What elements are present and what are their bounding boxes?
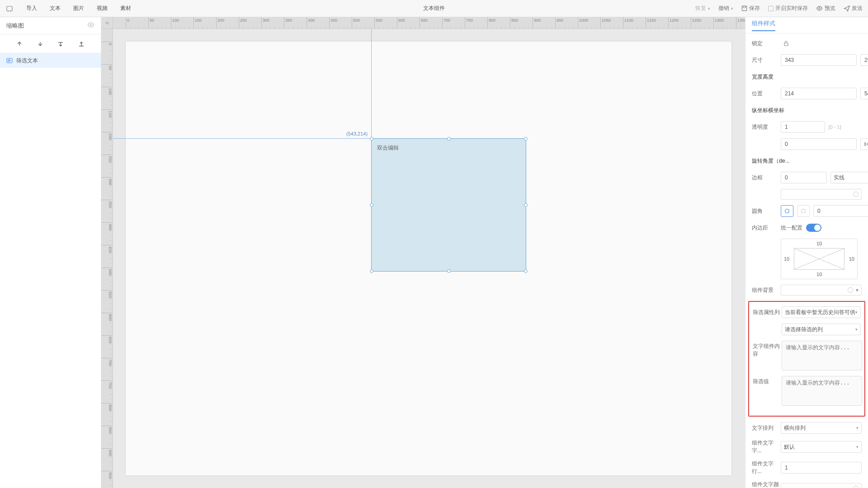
canvas-page[interactable]: (543,214) 双击编辑 xyxy=(126,42,731,475)
save-button[interactable]: 保存 xyxy=(741,5,760,12)
svg-rect-7 xyxy=(785,209,789,213)
svg-rect-0 xyxy=(7,6,12,11)
guide-horizontal[interactable] xyxy=(113,138,372,139)
autosave-checkbox-icon[interactable] xyxy=(768,6,774,11)
prop-filter-col: 筛选属性列 当前看板中暂无历史问答可供▾ xyxy=(753,306,861,318)
layer-item[interactable]: 筛选文本 xyxy=(0,53,101,68)
padding-unified-toggle[interactable] xyxy=(806,224,821,232)
component-placeholder-text[interactable]: 双击编辑 xyxy=(377,144,399,152)
svg-rect-6 xyxy=(784,43,788,46)
prop-padding-box: 10 10 10 10 xyxy=(752,239,862,279)
move-up-icon[interactable] xyxy=(14,38,25,49)
opacity-input[interactable] xyxy=(781,121,825,133)
prop-text-content: 文字组件内容 xyxy=(753,341,861,371)
color-circle-icon xyxy=(848,287,853,293)
font-select[interactable]: 默认▾ xyxy=(781,441,862,453)
prop-background: 组件背景 ▾ xyxy=(752,285,862,296)
highlighted-section: 筛选属性列 当前看板中暂无历史问答可供▾ 请选择筛选的列▾ 文字组件内容 筛选值 xyxy=(748,301,865,417)
border-style-select[interactable]: 实线▾ xyxy=(830,172,868,183)
resize-handle-n[interactable] xyxy=(447,137,451,141)
guide-vertical[interactable] xyxy=(371,29,372,139)
properties-list: 锁定 尺寸 宽度高度 位置 xyxy=(745,33,868,488)
prop-rotate xyxy=(752,138,862,150)
menu-material[interactable]: 素材 xyxy=(120,5,131,12)
left-panel: 缩略图 筛选文本 xyxy=(0,17,101,488)
app-logo-icon[interactable] xyxy=(5,5,14,13)
line-height-input[interactable] xyxy=(781,462,862,474)
menu-video[interactable]: 视频 xyxy=(97,5,108,12)
prop-lock: 锁定 xyxy=(752,38,862,49)
pos-y-input[interactable] xyxy=(860,88,868,99)
tab-component-style[interactable]: 组件样式 xyxy=(752,19,775,31)
visibility-toggle-icon[interactable] xyxy=(87,22,94,29)
layer-list: 筛选文本 xyxy=(0,53,101,488)
svg-rect-1 xyxy=(742,6,746,10)
ruler-corner xyxy=(101,17,113,29)
send-button[interactable]: 发送 xyxy=(844,5,863,12)
border-color-swatch[interactable] xyxy=(781,189,862,200)
canvas-viewport[interactable]: (543,214) 双击编辑 xyxy=(113,29,745,488)
pos-x-input[interactable] xyxy=(781,88,857,99)
resize-handle-se[interactable] xyxy=(524,269,528,273)
filter-value-textarea[interactable] xyxy=(782,376,862,406)
padding-box-control[interactable]: 10 10 10 10 xyxy=(781,239,858,279)
right-panel: 组件样式 锁定 尺寸 宽度高度 位 xyxy=(745,17,868,488)
svg-point-3 xyxy=(819,8,821,9)
thumbnail-header: 缩略图 xyxy=(0,17,101,34)
prop-filter-col2: 请选择筛选的列▾ xyxy=(753,324,861,335)
filter-dataset-select[interactable]: 当前看板中暂无历史问答可供▾ xyxy=(782,306,861,318)
text-color-swatch[interactable] xyxy=(781,483,862,488)
selected-component[interactable]: 双击编辑 xyxy=(371,138,526,272)
prop-font: 组件文字字... 默认▾ xyxy=(752,439,862,455)
border-width-input[interactable] xyxy=(781,172,827,183)
undo-button[interactable]: 撤销▾ xyxy=(718,5,733,12)
prop-radius: 圆角 xyxy=(752,205,862,217)
text-layer-icon xyxy=(6,57,13,64)
prop-filter-value: 筛选值 xyxy=(753,376,861,406)
prop-position: 位置 xyxy=(752,88,862,99)
prop-text-color: 组件文字颜色 xyxy=(752,481,862,488)
prop-padding: 内边距 统一配置 xyxy=(752,222,862,233)
text-arrange-select[interactable]: 横向排列▾ xyxy=(781,422,862,434)
resize-handle-nw[interactable] xyxy=(370,137,373,141)
layer-order-toolbar xyxy=(0,34,101,53)
flip-horizontal-icon[interactable] xyxy=(860,138,868,150)
prop-opacity: 透明度 [0 - 1] xyxy=(752,121,862,133)
filter-column-select[interactable]: 请选择筛选的列▾ xyxy=(782,324,861,335)
radius-input[interactable] xyxy=(813,205,868,217)
prop-border: 边框 实线▾ xyxy=(752,172,862,183)
restore-button[interactable]: 恢复▾ xyxy=(695,5,710,12)
vertical-ruler[interactable]: 0501001502002503003504004505005506006507… xyxy=(101,29,113,488)
resize-handle-s[interactable] xyxy=(447,269,451,273)
thumbnail-title: 缩略图 xyxy=(6,22,24,30)
resize-handle-e[interactable] xyxy=(524,203,528,207)
height-input[interactable] xyxy=(860,54,868,66)
menu-image[interactable]: 图片 xyxy=(73,5,84,12)
svg-point-4 xyxy=(90,24,92,26)
send-back-icon[interactable] xyxy=(76,38,87,49)
layer-label: 筛选文本 xyxy=(16,57,38,65)
width-input[interactable] xyxy=(781,54,857,66)
radius-unified-icon[interactable] xyxy=(781,205,793,217)
text-content-textarea[interactable] xyxy=(782,341,862,371)
resize-handle-ne[interactable] xyxy=(524,137,528,141)
resize-handle-sw[interactable] xyxy=(370,269,373,273)
properties-tabs: 组件样式 xyxy=(745,17,868,33)
bring-front-icon[interactable] xyxy=(55,38,66,49)
svg-rect-2 xyxy=(743,6,746,8)
move-down-icon[interactable] xyxy=(35,38,46,49)
radius-individual-icon[interactable] xyxy=(797,205,810,217)
menu-text[interactable]: 文本 xyxy=(50,5,61,12)
horizontal-ruler[interactable]: 0501001502002503003504004505005506006507… xyxy=(113,17,745,29)
resize-handle-w[interactable] xyxy=(370,203,373,207)
coord-label: (543,214) xyxy=(346,131,368,136)
rotate-input[interactable] xyxy=(781,138,857,150)
top-toolbar: 导入 文本 图片 视频 素材 文本组件 恢复▾ 撤销▾ 保存 开启实时保存 预览 xyxy=(0,0,868,17)
color-circle-icon xyxy=(853,486,859,488)
background-color-swatch[interactable]: ▾ xyxy=(781,285,862,296)
menu-import[interactable]: 导入 xyxy=(26,5,37,12)
lock-icon[interactable] xyxy=(781,38,792,49)
prop-line-height: 组件文字行... xyxy=(752,460,862,475)
autosave-toggle[interactable]: 开启实时保存 xyxy=(768,5,808,12)
preview-button[interactable]: 预览 xyxy=(816,5,835,12)
